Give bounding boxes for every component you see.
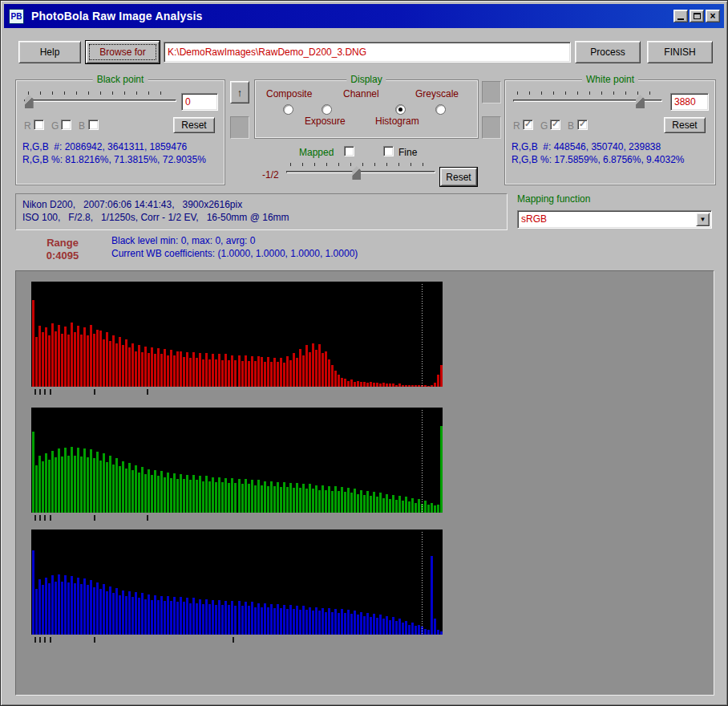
black-g-checkbox[interactable] xyxy=(61,120,71,130)
ev-slider-thumb[interactable] xyxy=(352,166,361,180)
camera-info-panel: Nikon D200, 2007:06:06 14:41:43, 3900x26… xyxy=(15,193,508,230)
ev-value-label: -1/2 xyxy=(262,169,279,181)
black-point-slider-thumb[interactable] xyxy=(25,95,34,108)
greyscale-label: Greyscale xyxy=(415,88,459,99)
mapped-checkbox[interactable] xyxy=(344,146,354,156)
blue-histogram-axis-ticks xyxy=(31,637,443,643)
black-r-label: R xyxy=(24,120,31,132)
green-histogram-block xyxy=(31,408,443,523)
app-window: PB PhotoBola Raw Image Analysis × Help B… xyxy=(0,0,728,706)
black-point-title: Black point xyxy=(93,74,148,85)
white-point-counts: R,G,B #: 448546, 350740, 239838 xyxy=(512,141,661,152)
minimize-button[interactable] xyxy=(673,10,688,22)
left-swatch-button[interactable] xyxy=(230,116,249,139)
move-up-button[interactable]: ↑ xyxy=(230,81,249,103)
up-arrow-icon: ↑ xyxy=(237,87,243,99)
white-point-group: White point 3880 R G B Reset R,G,B #: 44… xyxy=(504,79,716,185)
black-point-group: Black point 0 R G B Reset R,G,B #: 20869… xyxy=(15,79,225,185)
white-point-slider-thumb[interactable] xyxy=(636,95,645,108)
exposure-radio[interactable] xyxy=(322,104,332,115)
slider-ticks xyxy=(28,91,172,95)
app-icon: PB xyxy=(9,9,24,24)
black-g-label: G xyxy=(51,120,59,132)
finish-button[interactable]: FINISH xyxy=(647,41,713,63)
black-point-value-field[interactable]: 0 xyxy=(181,93,218,111)
black-level-info: Black level min: 0, max: 0, avrg: 0 xyxy=(111,235,255,246)
display-group: Display Composite Channel Greyscale Expo… xyxy=(254,79,479,139)
help-button[interactable]: Help xyxy=(18,41,81,63)
white-g-label: G xyxy=(540,120,548,132)
close-icon: × xyxy=(710,11,715,21)
range-label: Range xyxy=(31,237,94,249)
window-title: PhotoBola Raw Image Analysis xyxy=(31,10,203,22)
maximize-icon xyxy=(694,13,701,19)
fine-label: Fine xyxy=(398,147,417,158)
white-r-checkbox[interactable] xyxy=(523,120,533,130)
white-r-label: R xyxy=(513,120,520,132)
black-point-reset-button[interactable]: Reset xyxy=(173,117,215,133)
composite-radio[interactable] xyxy=(283,104,293,115)
app-icon-text: PB xyxy=(11,12,22,21)
exposure-label: Exposure xyxy=(305,116,346,127)
minimize-icon xyxy=(677,18,684,20)
close-button[interactable]: × xyxy=(706,10,720,22)
white-point-slider[interactable] xyxy=(513,90,662,111)
right-lower-swatch-button[interactable] xyxy=(482,116,501,139)
black-b-label: B xyxy=(79,120,85,132)
right-upper-swatch-button[interactable] xyxy=(482,81,501,103)
white-point-percents: R,G,B %: 17.5859%, 6.8756%, 9.4032% xyxy=(512,154,684,165)
red-histogram-axis-ticks xyxy=(31,389,443,396)
slider-ticks xyxy=(517,91,658,95)
browse-button[interactable]: Browse for xyxy=(86,41,160,63)
black-b-checkbox[interactable] xyxy=(88,120,99,130)
histogram-radio[interactable] xyxy=(395,104,406,115)
white-point-reset-button[interactable]: Reset xyxy=(664,117,706,133)
red-histogram-canvas xyxy=(31,282,443,387)
window-controls: × xyxy=(673,10,720,22)
white-point-title: White point xyxy=(582,74,638,85)
black-r-checkbox[interactable] xyxy=(34,120,44,130)
mapping-function-select[interactable]: sRGB ▼ xyxy=(517,210,712,229)
histogram-area xyxy=(15,270,714,696)
greyscale-radio[interactable] xyxy=(435,104,446,115)
dropdown-button[interactable]: ▼ xyxy=(696,213,710,226)
file-path-input[interactable] xyxy=(164,42,571,63)
ev-reset-button[interactable]: Reset xyxy=(440,168,477,186)
histogram-label: Histogram xyxy=(375,116,419,127)
mapped-label: Mapped xyxy=(299,147,334,158)
composite-label: Composite xyxy=(266,88,312,99)
title-bar[interactable]: PB PhotoBola Raw Image Analysis × xyxy=(4,4,724,28)
white-b-label: B xyxy=(568,120,574,132)
black-point-counts: R,G,B #: 2086942, 3641311, 1859476 xyxy=(22,141,187,152)
range-value: 0:4095 xyxy=(31,250,94,262)
white-g-checkbox[interactable] xyxy=(550,120,560,130)
white-point-value-field[interactable]: 3880 xyxy=(670,93,709,111)
maximize-button[interactable] xyxy=(690,10,704,22)
black-point-slider[interactable] xyxy=(24,90,176,111)
green-histogram-canvas xyxy=(31,408,443,513)
black-point-percents: R,G,B %: 81.8216%, 71.3815%, 72.9035% xyxy=(22,154,206,165)
blue-histogram-block xyxy=(31,530,443,645)
ev-slider[interactable] xyxy=(286,161,435,182)
display-title: Display xyxy=(346,74,386,85)
green-histogram-axis-ticks xyxy=(31,515,443,521)
wb-coefficients-info: Current WB coefficients: (1.0000, 1.0000… xyxy=(111,248,358,259)
slider-track[interactable] xyxy=(24,99,176,102)
mapping-selected-value: sRGB xyxy=(521,213,547,225)
channel-label: Channel xyxy=(343,88,379,99)
camera-info-line1: Nikon D200, 2007:06:06 14:41:43, 3900x26… xyxy=(22,199,242,210)
process-button[interactable]: Process xyxy=(575,41,641,63)
blue-histogram-canvas xyxy=(31,530,443,635)
white-b-checkbox[interactable] xyxy=(577,120,588,130)
camera-info-line2: ISO 100, F/2.8, 1/1250s, Corr - 1/2 EV, … xyxy=(22,212,289,223)
chevron-down-icon: ▼ xyxy=(700,211,706,228)
fine-checkbox[interactable] xyxy=(383,146,394,156)
red-histogram-block xyxy=(31,282,443,397)
mapping-function-label: Mapping function xyxy=(517,193,590,205)
slider-ticks xyxy=(290,163,431,166)
